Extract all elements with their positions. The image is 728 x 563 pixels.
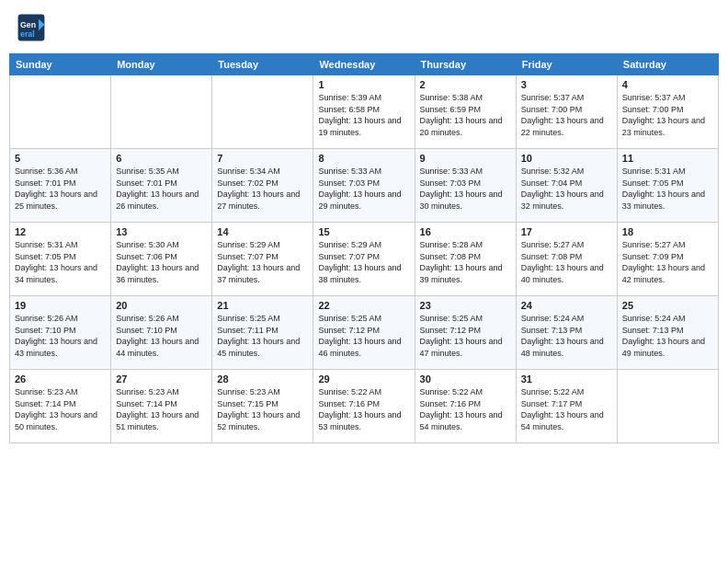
day-info: Sunrise: 5:23 AM Sunset: 7:15 PM Dayligh…	[217, 386, 308, 432]
day-number: 19	[15, 300, 106, 311]
day-number: 6	[116, 153, 207, 164]
calendar-cell: 12Sunrise: 5:31 AM Sunset: 7:05 PM Dayli…	[10, 223, 111, 296]
calendar-table: SundayMondayTuesdayWednesdayThursdayFrid…	[9, 53, 719, 443]
day-number: 2	[420, 79, 511, 90]
day-info: Sunrise: 5:27 AM Sunset: 7:08 PM Dayligh…	[521, 239, 612, 285]
calendar-body: 1Sunrise: 5:39 AM Sunset: 6:58 PM Daylig…	[10, 75, 719, 443]
day-info: Sunrise: 5:23 AM Sunset: 7:14 PM Dayligh…	[15, 386, 106, 432]
calendar-cell: 27Sunrise: 5:23 AM Sunset: 7:14 PM Dayli…	[111, 370, 212, 443]
svg-text:eral: eral	[20, 29, 35, 39]
day-number: 27	[116, 373, 207, 385]
calendar-cell: 1Sunrise: 5:39 AM Sunset: 6:58 PM Daylig…	[313, 75, 415, 149]
calendar-cell	[617, 370, 718, 443]
day-info: Sunrise: 5:28 AM Sunset: 7:08 PM Dayligh…	[420, 239, 511, 285]
calendar-cell: 19Sunrise: 5:26 AM Sunset: 7:10 PM Dayli…	[10, 296, 111, 370]
day-info: Sunrise: 5:29 AM Sunset: 7:07 PM Dayligh…	[217, 239, 308, 285]
day-number: 4	[622, 79, 713, 90]
day-number: 16	[420, 226, 511, 237]
weekday-header-monday: Monday	[111, 54, 212, 75]
calendar-cell: 10Sunrise: 5:32 AM Sunset: 7:04 PM Dayli…	[516, 149, 617, 223]
day-number: 29	[318, 373, 409, 385]
day-info: Sunrise: 5:29 AM Sunset: 7:07 PM Dayligh…	[318, 239, 409, 285]
weekday-header-thursday: Thursday	[415, 54, 516, 75]
day-number: 11	[622, 153, 713, 164]
calendar-cell: 3Sunrise: 5:37 AM Sunset: 7:00 PM Daylig…	[516, 75, 617, 149]
calendar-cell: 21Sunrise: 5:25 AM Sunset: 7:11 PM Dayli…	[212, 296, 313, 370]
day-number: 23	[420, 300, 511, 311]
day-info: Sunrise: 5:33 AM Sunset: 7:03 PM Dayligh…	[420, 166, 511, 212]
day-info: Sunrise: 5:24 AM Sunset: 7:13 PM Dayligh…	[622, 313, 713, 359]
calendar-cell	[111, 75, 212, 149]
weekday-header-sunday: Sunday	[10, 54, 111, 75]
day-info: Sunrise: 5:31 AM Sunset: 7:05 PM Dayligh…	[15, 239, 106, 285]
calendar-cell: 18Sunrise: 5:27 AM Sunset: 7:09 PM Dayli…	[617, 223, 718, 296]
logo: Gen eral	[17, 13, 50, 42]
calendar-cell: 26Sunrise: 5:23 AM Sunset: 7:14 PM Dayli…	[10, 370, 111, 443]
calendar-cell: 30Sunrise: 5:22 AM Sunset: 7:16 PM Dayli…	[415, 370, 516, 443]
day-info: Sunrise: 5:38 AM Sunset: 6:59 PM Dayligh…	[420, 92, 511, 138]
svg-text:Gen: Gen	[20, 20, 36, 29]
calendar-week-5: 26Sunrise: 5:23 AM Sunset: 7:14 PM Dayli…	[10, 370, 719, 443]
day-info: Sunrise: 5:26 AM Sunset: 7:10 PM Dayligh…	[15, 313, 106, 359]
day-number: 9	[420, 153, 511, 164]
day-info: Sunrise: 5:37 AM Sunset: 7:00 PM Dayligh…	[622, 92, 713, 138]
day-info: Sunrise: 5:25 AM Sunset: 7:12 PM Dayligh…	[318, 313, 409, 359]
calendar-cell: 31Sunrise: 5:22 AM Sunset: 7:17 PM Dayli…	[516, 370, 617, 443]
day-info: Sunrise: 5:36 AM Sunset: 7:01 PM Dayligh…	[15, 166, 106, 212]
day-info: Sunrise: 5:31 AM Sunset: 7:05 PM Dayligh…	[622, 166, 713, 212]
calendar-cell: 25Sunrise: 5:24 AM Sunset: 7:13 PM Dayli…	[617, 296, 718, 370]
weekday-header-wednesday: Wednesday	[313, 54, 415, 75]
day-number: 10	[521, 153, 612, 164]
calendar-cell: 29Sunrise: 5:22 AM Sunset: 7:16 PM Dayli…	[313, 370, 415, 443]
weekday-row: SundayMondayTuesdayWednesdayThursdayFrid…	[10, 54, 719, 75]
day-info: Sunrise: 5:35 AM Sunset: 7:01 PM Dayligh…	[116, 166, 207, 212]
calendar-week-4: 19Sunrise: 5:26 AM Sunset: 7:10 PM Dayli…	[10, 296, 719, 370]
calendar-cell: 24Sunrise: 5:24 AM Sunset: 7:13 PM Dayli…	[516, 296, 617, 370]
calendar-cell: 11Sunrise: 5:31 AM Sunset: 7:05 PM Dayli…	[617, 149, 718, 223]
calendar-cell: 28Sunrise: 5:23 AM Sunset: 7:15 PM Dayli…	[212, 370, 313, 443]
day-info: Sunrise: 5:22 AM Sunset: 7:16 PM Dayligh…	[420, 386, 511, 432]
day-info: Sunrise: 5:39 AM Sunset: 6:58 PM Dayligh…	[318, 92, 409, 138]
calendar-cell: 17Sunrise: 5:27 AM Sunset: 7:08 PM Dayli…	[516, 223, 617, 296]
day-number: 30	[420, 373, 511, 385]
day-number: 1	[318, 79, 409, 90]
day-info: Sunrise: 5:23 AM Sunset: 7:14 PM Dayligh…	[116, 386, 207, 432]
calendar-cell: 16Sunrise: 5:28 AM Sunset: 7:08 PM Dayli…	[415, 223, 516, 296]
day-info: Sunrise: 5:30 AM Sunset: 7:06 PM Dayligh…	[116, 239, 207, 285]
day-number: 26	[15, 373, 106, 385]
calendar-cell: 14Sunrise: 5:29 AM Sunset: 7:07 PM Dayli…	[212, 223, 313, 296]
calendar-header: SundayMondayTuesdayWednesdayThursdayFrid…	[10, 54, 719, 75]
calendar-cell: 4Sunrise: 5:37 AM Sunset: 7:00 PM Daylig…	[617, 75, 718, 149]
day-info: Sunrise: 5:34 AM Sunset: 7:02 PM Dayligh…	[217, 166, 308, 212]
day-number: 12	[15, 226, 106, 237]
calendar-cell: 6Sunrise: 5:35 AM Sunset: 7:01 PM Daylig…	[111, 149, 212, 223]
calendar-cell: 8Sunrise: 5:33 AM Sunset: 7:03 PM Daylig…	[313, 149, 415, 223]
day-number: 5	[15, 153, 106, 164]
day-number: 8	[318, 153, 409, 164]
day-info: Sunrise: 5:22 AM Sunset: 7:16 PM Dayligh…	[318, 386, 409, 432]
day-number: 25	[622, 300, 713, 311]
day-number: 3	[521, 79, 612, 90]
calendar-week-3: 12Sunrise: 5:31 AM Sunset: 7:05 PM Dayli…	[10, 223, 719, 296]
day-number: 7	[217, 153, 308, 164]
calendar-cell: 9Sunrise: 5:33 AM Sunset: 7:03 PM Daylig…	[415, 149, 516, 223]
calendar-cell: 20Sunrise: 5:26 AM Sunset: 7:10 PM Dayli…	[111, 296, 212, 370]
page-header: Gen eral	[9, 9, 719, 46]
day-number: 18	[622, 226, 713, 237]
day-number: 22	[318, 300, 409, 311]
calendar-cell	[10, 75, 111, 149]
day-number: 14	[217, 226, 308, 237]
day-info: Sunrise: 5:22 AM Sunset: 7:17 PM Dayligh…	[521, 386, 612, 432]
day-number: 31	[521, 373, 612, 385]
calendar-cell: 5Sunrise: 5:36 AM Sunset: 7:01 PM Daylig…	[10, 149, 111, 223]
day-info: Sunrise: 5:32 AM Sunset: 7:04 PM Dayligh…	[521, 166, 612, 212]
calendar-cell: 15Sunrise: 5:29 AM Sunset: 7:07 PM Dayli…	[313, 223, 415, 296]
day-info: Sunrise: 5:25 AM Sunset: 7:11 PM Dayligh…	[217, 313, 308, 359]
day-info: Sunrise: 5:37 AM Sunset: 7:00 PM Dayligh…	[521, 92, 612, 138]
weekday-header-friday: Friday	[516, 54, 617, 75]
calendar-cell: 22Sunrise: 5:25 AM Sunset: 7:12 PM Dayli…	[313, 296, 415, 370]
calendar-week-1: 1Sunrise: 5:39 AM Sunset: 6:58 PM Daylig…	[10, 75, 719, 149]
day-info: Sunrise: 5:26 AM Sunset: 7:10 PM Dayligh…	[116, 313, 207, 359]
day-info: Sunrise: 5:25 AM Sunset: 7:12 PM Dayligh…	[420, 313, 511, 359]
day-info: Sunrise: 5:27 AM Sunset: 7:09 PM Dayligh…	[622, 239, 713, 285]
